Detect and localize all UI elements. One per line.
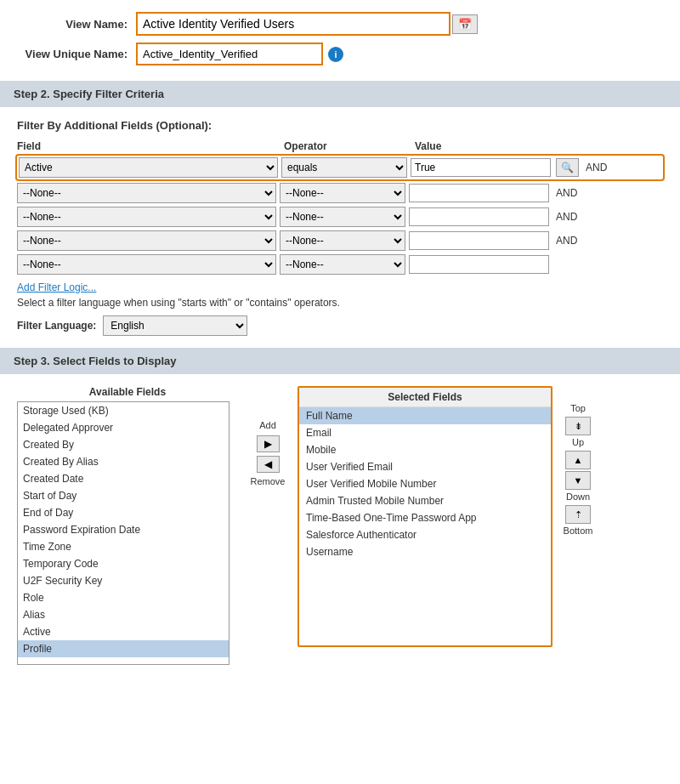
filter-language-select[interactable]: English French German Spanish	[103, 315, 247, 336]
field-select-3[interactable]: --None-- Active	[17, 207, 276, 227]
step3-body: Available Fields Storage Used (KB) Deleg…	[0, 374, 680, 673]
selected-fields-section: Selected Fields Full Name Email Mobile U…	[298, 386, 552, 647]
view-name-label: View Name:	[17, 18, 136, 31]
view-name-row: View Name: 📅	[17, 12, 663, 36]
filter-language-label: Filter Language:	[17, 320, 96, 332]
add-button[interactable]: ▶	[257, 435, 280, 452]
list-item[interactable]: Role	[18, 589, 229, 606]
top-label: Top	[570, 403, 586, 413]
selected-list-item-user-verified-mobile[interactable]: User Verified Mobile Number	[299, 475, 551, 492]
calendar-icon-btn[interactable]: 📅	[452, 14, 478, 34]
add-remove-section: Add ▶ ◀ Remove	[238, 386, 298, 488]
operator-select-3[interactable]: --None-- equals	[280, 207, 405, 227]
and-label-2: AND	[556, 187, 577, 199]
filter-row-3: --None-- Active --None-- equals AND	[17, 207, 663, 227]
and-label-4: AND	[556, 235, 577, 247]
col-field-header: Field	[17, 140, 280, 152]
list-item[interactable]: Storage Used (KB)	[18, 402, 229, 419]
filter-row-5: --None-- Active --None-- equals	[17, 254, 663, 275]
list-item[interactable]: End of Day	[18, 504, 229, 521]
info-icon[interactable]: i	[328, 47, 343, 62]
add-filter-logic-link[interactable]: Add Filter Logic...	[17, 281, 663, 293]
selected-fields-title: Selected Fields	[299, 388, 551, 407]
list-item-selected[interactable]: Profile	[18, 640, 229, 657]
list-item[interactable]: U2F Security Key	[18, 572, 229, 589]
step3-header: Step 3. Select Fields to Display	[0, 348, 680, 374]
list-item[interactable]: Created Date	[18, 470, 229, 487]
search-icon-btn-1[interactable]: 🔍	[556, 158, 579, 177]
field-select-1[interactable]: Active --None--	[19, 157, 278, 178]
value-input-1[interactable]	[411, 158, 551, 177]
list-item[interactable]: Start of Day	[18, 487, 229, 504]
up-label: Up	[572, 437, 584, 447]
selected-list-item-user-verified-email[interactable]: User Verified Email	[299, 458, 551, 475]
selected-list-item-admin-trusted[interactable]: Admin Trusted Mobile Number	[299, 492, 551, 509]
view-unique-name-label: View Unique Name:	[17, 48, 136, 60]
list-item[interactable]: Time Zone	[18, 538, 229, 555]
value-input-2[interactable]	[409, 184, 549, 202]
fields-area: Available Fields Storage Used (KB) Deleg…	[17, 386, 663, 665]
filter-optional-label: Filter By Additional Fields (Optional):	[17, 119, 663, 132]
value-input-3[interactable]	[409, 207, 549, 226]
filter-note: Select a filter language when using "sta…	[17, 297, 663, 309]
selected-list-item-totp[interactable]: Time-Based One-Time Password App	[299, 509, 551, 526]
list-item[interactable]: Delegated Approver	[18, 419, 229, 436]
top-button[interactable]: ⇟	[565, 417, 591, 435]
field-select-5[interactable]: --None-- Active	[17, 254, 276, 275]
list-item[interactable]: Temporary Code	[18, 555, 229, 572]
remove-button[interactable]: ◀	[257, 456, 280, 473]
remove-label: Remove	[251, 476, 286, 486]
value-input-5[interactable]	[409, 255, 549, 274]
list-item[interactable]: Password Expiration Date	[18, 521, 229, 538]
filter-row-2: --None-- Active --None-- equals AND	[17, 183, 663, 203]
selected-fields-box: Selected Fields Full Name Email Mobile U…	[298, 386, 552, 647]
value-input-4[interactable]	[409, 231, 549, 250]
selected-fields-list[interactable]: Full Name Email Mobile User Verified Ema…	[299, 407, 551, 645]
operator-select-1[interactable]: equals --None--	[281, 157, 407, 178]
filter-row-4: --None-- Active --None-- equals AND	[17, 230, 663, 251]
down-label: Down	[566, 491, 590, 502]
bottom-label: Bottom	[564, 526, 593, 536]
and-label-1: AND	[586, 162, 607, 173]
selected-list-item-username[interactable]: Username	[299, 543, 551, 560]
top-section: View Name: 📅 View Unique Name: i	[0, 0, 680, 81]
view-unique-name-row: View Unique Name: i	[17, 43, 663, 65]
view-name-input[interactable]	[136, 12, 450, 36]
page-wrapper: View Name: 📅 View Unique Name: i Step 2.…	[0, 0, 680, 784]
col-operator-header: Operator	[284, 140, 411, 152]
reorder-section: Top ⇟ Up ▲ ▼ Down ⇡ Bottom	[552, 386, 604, 537]
selected-list-item-salesforce-auth[interactable]: Salesforce Authenticator	[299, 526, 551, 543]
view-unique-name-input[interactable]	[136, 43, 323, 65]
bottom-button[interactable]: ⇡	[565, 505, 591, 524]
list-item[interactable]: Created By Alias	[18, 453, 229, 470]
field-select-4[interactable]: --None-- Active	[17, 230, 276, 251]
filter-language-row: Filter Language: English French German S…	[17, 315, 663, 336]
list-item[interactable]: Created By	[18, 436, 229, 453]
and-label-3: AND	[556, 211, 577, 223]
available-fields-listbox[interactable]: Storage Used (KB) Delegated Approver Cre…	[17, 401, 230, 665]
up-button[interactable]: ▲	[565, 451, 591, 469]
operator-select-2[interactable]: --None-- equals	[280, 183, 405, 203]
filter-header-row: Field Operator Value	[17, 140, 663, 156]
col-value-header: Value	[415, 140, 559, 152]
filter-row-1: Active --None-- equals --None-- 🔍 AND	[17, 156, 663, 179]
operator-select-4[interactable]: --None-- equals	[280, 230, 405, 251]
operator-select-5[interactable]: --None-- equals	[280, 254, 405, 275]
selected-list-item-mobile[interactable]: Mobile	[299, 441, 551, 458]
available-fields-title: Available Fields	[17, 386, 238, 398]
field-select-2[interactable]: --None-- Active	[17, 183, 276, 203]
add-label: Add	[259, 420, 276, 430]
selected-list-item-email[interactable]: Email	[299, 424, 551, 441]
step2-body: Filter By Additional Fields (Optional): …	[0, 107, 680, 348]
available-fields-section: Available Fields Storage Used (KB) Deleg…	[17, 386, 238, 665]
step2-header: Step 2. Specify Filter Criteria	[0, 81, 680, 107]
selected-list-item-fullname[interactable]: Full Name	[299, 407, 551, 424]
list-item[interactable]: Active	[18, 623, 229, 640]
down-button[interactable]: ▼	[565, 471, 591, 490]
list-item[interactable]: Alias	[18, 606, 229, 623]
